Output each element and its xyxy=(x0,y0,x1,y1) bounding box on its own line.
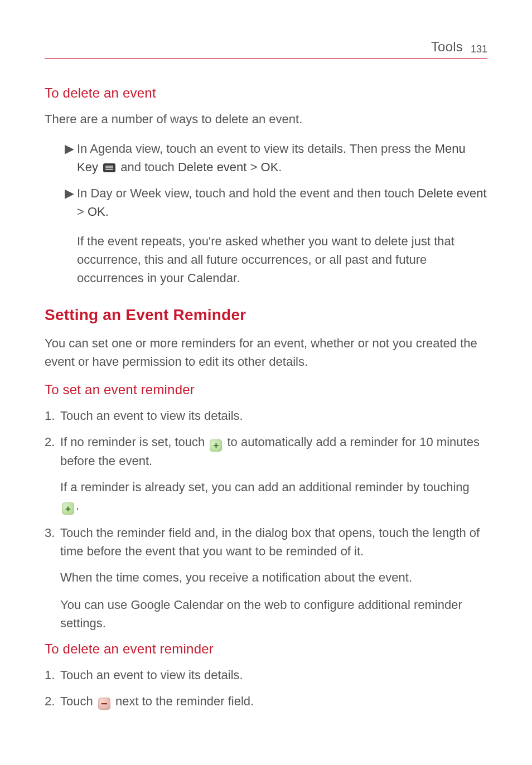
list-item: 3. Touch the reminder field and, in the … xyxy=(45,524,487,560)
delete-event-bullets: ▶ In Agenda view, touch an event to view… xyxy=(45,139,487,221)
step-text: Touch the reminder field and, in the dia… xyxy=(60,524,487,560)
page: Tools 131 To delete an event There are a… xyxy=(0,0,532,765)
step-number: 3. xyxy=(45,524,60,560)
text-fragment: In Day or Week view, touch and hold the … xyxy=(77,186,418,200)
step-number: 2. xyxy=(45,433,60,470)
heading-delete-reminder: To delete an event reminder xyxy=(45,641,487,657)
delete-event-repeats-note: If the event repeats, you're asked wheth… xyxy=(77,232,487,287)
set-reminder-notify-note: When the time comes, you receive a notif… xyxy=(60,568,487,587)
text-fragment: and touch xyxy=(117,160,178,174)
bullet-text: In Agenda view, touch an event to view i… xyxy=(77,139,487,176)
bullet-arrow-icon: ▶ xyxy=(65,139,77,176)
step-text: Touch an event to view its details. xyxy=(60,406,487,425)
minus-icon xyxy=(98,698,110,710)
header-section-name: Tools xyxy=(431,39,463,55)
setting-reminder-intro: You can set one or more reminders for an… xyxy=(45,334,487,371)
bullet-arrow-icon: ▶ xyxy=(65,184,77,221)
delete-event-label: Delete event xyxy=(418,186,487,200)
text-fragment: . xyxy=(76,498,79,512)
list-item: 1. Touch an event to view its details. xyxy=(45,406,487,425)
text-fragment: . xyxy=(278,160,282,174)
text-fragment: In Agenda view, touch an event to view i… xyxy=(77,142,435,156)
text-fragment: Touch xyxy=(60,694,96,708)
ok-label: OK xyxy=(261,160,279,174)
text-fragment: . xyxy=(105,205,109,219)
heading-set-reminder: To set an event reminder xyxy=(45,382,487,398)
page-header: Tools 131 xyxy=(45,39,487,59)
step-number: 2. xyxy=(45,692,60,710)
text-fragment: > xyxy=(77,205,88,219)
set-reminder-steps: 1. Touch an event to view its details. 2… xyxy=(45,406,487,470)
set-reminder-subnote: If a reminder is already set, you can ad… xyxy=(60,478,487,515)
menu-key-icon xyxy=(103,163,115,172)
list-item: 1. Touch an event to view its details. xyxy=(45,666,487,684)
plus-icon xyxy=(62,502,74,515)
plus-icon xyxy=(210,439,222,452)
list-item: 2. Touch next to the reminder field. xyxy=(45,692,487,710)
text-fragment: next to the reminder field. xyxy=(112,694,254,708)
delete-event-label: Delete event xyxy=(178,160,247,174)
delete-reminder-steps: 1. Touch an event to view its details. 2… xyxy=(45,666,487,710)
set-reminder-google-note: You can use Google Calendar on the web t… xyxy=(60,595,487,632)
ok-label: OK xyxy=(88,205,105,219)
list-item: ▶ In Agenda view, touch an event to view… xyxy=(65,139,487,176)
step-text: Touch an event to view its details. xyxy=(60,666,487,684)
step-number: 1. xyxy=(45,666,60,684)
heading-setting-reminder: Setting an Event Reminder xyxy=(45,306,487,324)
text-fragment: If a reminder is already set, you can ad… xyxy=(60,480,470,494)
bullet-text: In Day or Week view, touch and hold the … xyxy=(77,184,487,221)
delete-event-intro: There are a number of ways to delete an … xyxy=(45,110,487,128)
step-number: 1. xyxy=(45,406,60,425)
set-reminder-steps-cont: 3. Touch the reminder field and, in the … xyxy=(45,524,487,560)
heading-delete-event: To delete an event xyxy=(45,85,487,101)
step-text: Touch next to the reminder field. xyxy=(60,692,487,710)
text-fragment: If no reminder is set, touch xyxy=(60,435,208,449)
text-fragment: > xyxy=(246,160,260,174)
header-page-number: 131 xyxy=(471,43,487,55)
step-text: If no reminder is set, touch to automati… xyxy=(60,433,487,470)
list-item: 2. If no reminder is set, touch to autom… xyxy=(45,433,487,470)
list-item: ▶ In Day or Week view, touch and hold th… xyxy=(65,184,487,221)
